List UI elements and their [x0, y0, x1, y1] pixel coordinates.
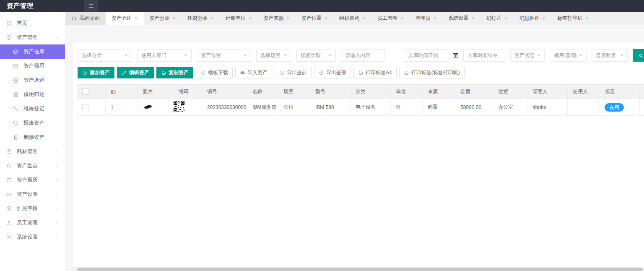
- department-filter[interactable]: 使用人部门: [137, 49, 192, 62]
- row-checkbox[interactable]: [82, 104, 88, 110]
- edit-asset-button[interactable]: 编辑资产: [117, 67, 154, 78]
- start-date-input[interactable]: [404, 49, 448, 62]
- scene-filter[interactable]: 选择场景: [256, 49, 291, 62]
- horizontal-scrollbar-thumb[interactable]: [77, 268, 643, 271]
- chevron-down-icon: [244, 55, 247, 58]
- template-download-button[interactable]: 模板下载: [196, 67, 233, 78]
- select-all-checkbox[interactable]: [82, 89, 88, 95]
- sidebar-item-label: 资产盘点: [17, 162, 38, 169]
- export-current-button[interactable]: 导出当前: [275, 67, 312, 78]
- top-header: 资产管理: [0, 0, 644, 12]
- button-label: 编辑资产: [129, 69, 149, 76]
- tab-close-icon[interactable]: ×: [249, 16, 252, 21]
- tab-label: 标签打印机: [557, 15, 582, 22]
- book-icon: [6, 177, 12, 183]
- tab-close-icon[interactable]: ×: [363, 16, 366, 21]
- sidebar-item-asset-settings[interactable]: 资产设置: [0, 187, 65, 201]
- sidebar-subitem-asset-warehouse[interactable]: 资产仓库: [0, 44, 65, 59]
- sidebar-item-asset-history[interactable]: 资产履历: [0, 173, 65, 187]
- sidebar-subitem-asset-return[interactable]: 资产退还: [0, 73, 65, 87]
- search-button[interactable]: 搜索: [633, 49, 644, 62]
- sidebar-subitem-borrow-return[interactable]: 借用归还: [0, 87, 65, 102]
- tab-close-icon[interactable]: ×: [434, 16, 437, 21]
- tab-asset-warehouse[interactable]: 资产仓库×: [106, 12, 144, 25]
- tab-close-icon[interactable]: ×: [173, 16, 176, 21]
- tab-system-settings[interactable]: 系统设置×: [442, 12, 480, 25]
- status-filter[interactable]: 资产状态: [510, 49, 545, 62]
- sidebar-subitem-label: 报废资产: [23, 120, 44, 127]
- tab-close-icon[interactable]: ×: [585, 16, 589, 21]
- search-icon: [638, 53, 644, 58]
- tab-close-icon[interactable]: ×: [325, 16, 328, 21]
- cell-model: IBM 580: [310, 99, 351, 116]
- column-header-scene: 场景: [278, 85, 310, 99]
- end-date-input[interactable]: [463, 49, 505, 62]
- tab-close-icon[interactable]: ×: [135, 16, 138, 21]
- sidebar-subitem-asset-claim[interactable]: 资产领用: [0, 59, 65, 73]
- tab-close-icon[interactable]: ×: [543, 16, 546, 21]
- location-filter[interactable]: 资产位置: [197, 49, 251, 62]
- column-header-amount: 金额: [455, 85, 493, 99]
- tab-close-icon[interactable]: ×: [400, 16, 404, 21]
- sidebar-item-asset-management[interactable]: 资产管理: [0, 30, 65, 44]
- column-header-unit: 单位: [391, 85, 423, 99]
- add-asset-button[interactable]: 添加资产: [78, 67, 114, 78]
- content-area: 选择分类使用人部门资产位置选择场景搜索类型至资产状态领用:显/隐显示数量搜索 添…: [65, 25, 644, 271]
- chevron-down-icon: [184, 55, 187, 58]
- tab-consumable-category[interactable]: 耗材分类×: [182, 12, 220, 25]
- chevron-left-icon: [55, 206, 59, 211]
- cell-select: [77, 99, 106, 116]
- tab-asset-category[interactable]: 资产分类×: [144, 12, 182, 25]
- menu-toggle-button[interactable]: [84, 0, 98, 12]
- claim-visibility-filter[interactable]: 领用:显/隐: [550, 49, 587, 62]
- print-label-a4-button[interactable]: 打印标签A4: [353, 67, 397, 78]
- keyword-input[interactable]: [341, 49, 384, 62]
- filter-row: 选择分类使用人部门资产位置选择场景搜索类型至资产状态领用:显/隐显示数量搜索: [73, 42, 644, 67]
- sidebar-item-home[interactable]: 首页: [0, 16, 65, 30]
- tab-my-desktop[interactable]: 我的桌面: [65, 12, 106, 25]
- qr-code-image[interactable]: [174, 101, 184, 112]
- sidebar-item-consumable-management[interactable]: 耗材管理: [0, 144, 65, 159]
- sidebar-subitem-scrap-asset[interactable]: 报废资产: [0, 116, 65, 130]
- search-type-filter[interactable]: 搜索类型: [296, 49, 336, 62]
- sidebar-item-system-settings[interactable]: 系统设置: [0, 230, 65, 244]
- column-header-id: ID: [106, 85, 138, 99]
- asset-image[interactable]: [143, 104, 153, 110]
- cell-amount: 58000.00: [455, 99, 493, 116]
- tab-close-icon[interactable]: ×: [286, 16, 290, 21]
- tab-label-printer[interactable]: 标签打印机×: [551, 12, 595, 25]
- button-label: 导入资产: [247, 69, 267, 76]
- display-count-filter[interactable]: 显示数量: [592, 49, 628, 62]
- column-header-qrcode: 二维码: [169, 85, 202, 99]
- tab-slideshow[interactable]: 幻灯片×: [480, 12, 514, 25]
- horizontal-scrollbar-track[interactable]: [72, 268, 644, 271]
- tab-measure-unit[interactable]: 计量单位×: [220, 12, 258, 25]
- sidebar-subitem-delete-asset[interactable]: 删除资产: [0, 130, 65, 144]
- print-label-printer-button[interactable]: 打印标签(标签打印机): [399, 67, 465, 78]
- copy-icon: [161, 70, 166, 76]
- category-filter[interactable]: 选择分类: [78, 49, 132, 62]
- tab-label: 幻灯片: [486, 15, 501, 22]
- tab-admin[interactable]: 管理员×: [410, 12, 443, 25]
- tab-asset-source[interactable]: 资产来源×: [257, 12, 296, 25]
- export-all-button[interactable]: 导出全部: [314, 67, 351, 78]
- tab-org-structure[interactable]: 组织架构×: [334, 12, 372, 25]
- tab-close-icon[interactable]: ×: [504, 16, 508, 21]
- sidebar-item-employee-management[interactable]: 员工管理: [0, 216, 65, 230]
- tab-message-push[interactable]: 消息推送×: [514, 12, 552, 25]
- import-asset-button[interactable]: 导入资产: [235, 67, 272, 78]
- sidebar-item-extend-fields[interactable]: 扩展字段: [0, 201, 65, 216]
- cell-code: 202303300300001: [202, 99, 247, 116]
- tab-close-icon[interactable]: ×: [210, 16, 214, 21]
- sidebar-item-asset-inventory[interactable]: 资产盘点: [0, 159, 65, 173]
- tab-asset-location[interactable]: 资产位置×: [296, 12, 334, 25]
- button-label: 打印标签A4: [366, 69, 392, 76]
- sidebar-subitem-repair-register[interactable]: 维修登记: [0, 102, 65, 116]
- grid-circles-icon: [6, 20, 12, 26]
- plus-circle-icon: [82, 70, 88, 76]
- gear-icon: [6, 191, 12, 198]
- tab-close-icon[interactable]: ×: [471, 16, 475, 21]
- tab-employee-management[interactable]: 员工管理×: [371, 12, 410, 25]
- copy-asset-button[interactable]: 复制资产: [156, 67, 193, 78]
- home-icon: [71, 16, 77, 21]
